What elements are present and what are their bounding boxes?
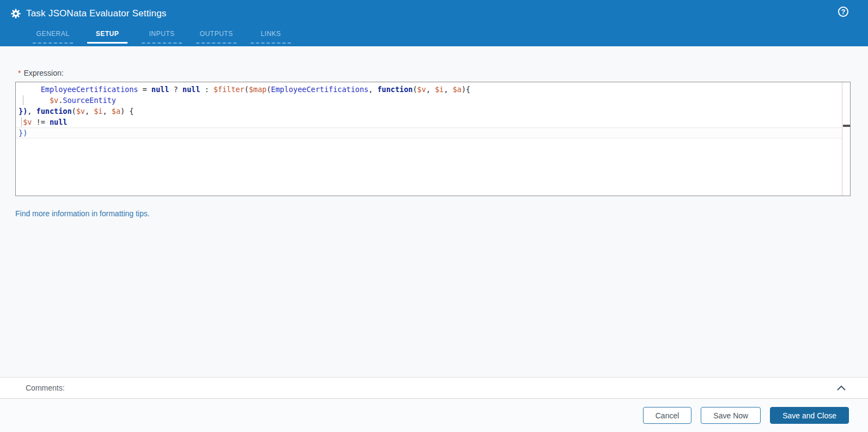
expression-label-text: Expression: [23,69,63,77]
tab-inputs[interactable]: INPUTS [142,30,182,44]
dialog-header: Task JSONata Evaluator Settings ? GENERA… [0,0,868,46]
expression-editor[interactable]: EmployeeCertifications = null ? null : $… [15,82,851,196]
code-line: }) [16,127,842,138]
tab-outputs[interactable]: OUTPUTS [196,30,236,44]
cancel-button[interactable]: Cancel [643,407,692,424]
save-now-button[interactable]: Save Now [701,407,761,424]
tab-links[interactable]: LINKS [251,30,291,44]
editor-scrollbar[interactable] [842,82,850,196]
code-line: $v.SourceEntity [16,95,842,106]
page-title: Task JSONata Evaluator Settings [26,8,167,19]
tab-general[interactable]: GENERAL [33,30,73,44]
comments-section: Comments: [0,377,868,399]
setup-tab-panel: *Expression: EmployeeCertifications = nu… [0,46,868,377]
save-and-close-button[interactable]: Save and Close [770,407,849,424]
formatting-tips-link[interactable]: Find more information in formatting tips… [15,209,150,218]
tab-setup[interactable]: SETUP [87,30,128,44]
scrollbar-thumb[interactable] [843,125,850,127]
gear-icon [11,9,21,19]
help-icon[interactable]: ? [838,7,848,17]
expression-code[interactable]: EmployeeCertifications = null ? null : $… [16,82,842,196]
chevron-up-icon [837,385,846,391]
indent-guide [21,117,22,127]
code-line: }), function($v, $i, $a) { [16,106,842,117]
indent-guide [23,95,23,105]
tab-bar: GENERAL SETUP INPUTS OUTPUTS LINKS [33,30,868,44]
expression-field-label: *Expression: [18,69,868,77]
dialog-footer: Cancel Save Now Save and Close [0,399,868,432]
code-line: EmployeeCertifications = null ? null : $… [16,84,842,95]
required-asterisk: * [18,69,21,77]
comments-label: Comments: [26,384,65,392]
collapse-comments-button[interactable] [836,383,846,393]
code-line: $v != null [16,117,842,127]
